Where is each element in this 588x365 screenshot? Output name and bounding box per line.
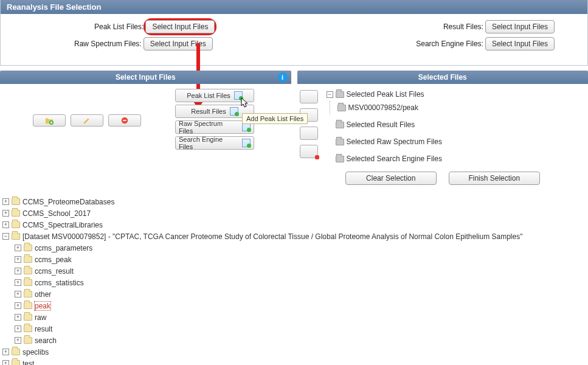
select-input-files-title: Select Input Files bbox=[116, 73, 176, 82]
clear-selection-button[interactable]: Clear Selection bbox=[345, 172, 437, 185]
selected-peak-list-root: Selected Peak List Files bbox=[347, 90, 424, 99]
folder-icon bbox=[12, 198, 20, 205]
tree-row[interactable]: +ccms_peak bbox=[2, 254, 588, 265]
rename-button[interactable] bbox=[71, 114, 103, 127]
tree-label: peak bbox=[35, 302, 50, 310]
folder-icon bbox=[24, 268, 32, 274]
expand-icon[interactable]: + bbox=[15, 302, 21, 309]
tree-label: [Dataset MSV000079852] - "CPTAC, TCGA Ca… bbox=[22, 232, 522, 241]
expand-icon[interactable]: + bbox=[15, 291, 21, 297]
selected-files-title: Selected Files bbox=[418, 73, 467, 82]
tree-label: ccms_parameters bbox=[35, 244, 92, 252]
raw-spectrum-select-button[interactable]: Select Input Files bbox=[144, 37, 213, 50]
expand-icon[interactable]: + bbox=[15, 314, 21, 321]
peak-list-files-label: Peak List Files: bbox=[94, 23, 144, 31]
tree-row[interactable]: +speclibs bbox=[2, 346, 588, 358]
peak-list-btn-label: Peak List Files bbox=[187, 92, 230, 99]
tree-row[interactable]: +ccms_statistics bbox=[2, 277, 588, 288]
selected-files-header: Selected Files bbox=[297, 71, 589, 84]
selected-files-panel: Selected Files − Selected Peak List File… bbox=[297, 71, 589, 189]
file-add-icon bbox=[242, 123, 251, 131]
delete-button[interactable] bbox=[108, 114, 141, 127]
folder-icon bbox=[24, 314, 32, 321]
expand-icon[interactable]: + bbox=[15, 279, 21, 286]
tree-row-selected[interactable]: +peak bbox=[2, 300, 588, 311]
tree-row[interactable]: +other bbox=[2, 288, 588, 300]
tree-row[interactable]: Selected Raw Spectrum Files bbox=[327, 135, 586, 148]
selected-result-root: Selected Result Files bbox=[347, 120, 415, 129]
expand-icon[interactable]: + bbox=[15, 245, 21, 251]
search-engine-select-button[interactable]: Select Input Files bbox=[485, 37, 555, 50]
folder-icon bbox=[12, 221, 20, 228]
expand-icon[interactable]: + bbox=[2, 349, 9, 355]
tree-label: other bbox=[35, 290, 51, 299]
folder-icon bbox=[12, 233, 20, 240]
collapse-icon[interactable]: − bbox=[327, 91, 333, 98]
tree-label: ccms_statistics bbox=[35, 279, 84, 287]
raw-spectrum-files-label: Raw Spectrum Files: bbox=[74, 40, 142, 48]
tree-row[interactable]: +CCMS_School_2017 bbox=[2, 207, 588, 219]
expand-icon[interactable]: + bbox=[2, 221, 9, 228]
new-folder-button[interactable] bbox=[33, 114, 66, 127]
remove-peak-list-button[interactable] bbox=[300, 90, 318, 103]
folder-icon bbox=[24, 291, 32, 297]
tree-row[interactable]: − Selected Peak List Files bbox=[327, 88, 586, 101]
remove-search-engine-button[interactable] bbox=[300, 145, 318, 158]
expand-icon[interactable]: + bbox=[2, 210, 9, 217]
tree-label: CCMS_ProteomeDatabases bbox=[22, 198, 114, 206]
folder-icon bbox=[12, 360, 20, 365]
file-add-icon bbox=[230, 107, 238, 116]
tree-row[interactable]: MSV000079852/peak bbox=[337, 101, 586, 114]
selected-files-tree: − Selected Peak List Files MSV000079852/… bbox=[327, 88, 586, 165]
tree-row[interactable]: +ccms_result bbox=[2, 265, 588, 277]
folder-icon bbox=[24, 302, 32, 309]
cursor-icon bbox=[241, 97, 249, 108]
expand-icon[interactable]: + bbox=[15, 268, 21, 274]
add-search-engine-files-button[interactable]: Search Engine Files bbox=[175, 136, 254, 150]
tree-label: CCMS_School_2017 bbox=[22, 209, 91, 218]
reanalysis-file-selection-panel: Reanalysis File Selection Peak List File… bbox=[0, 0, 588, 66]
folder-icon bbox=[24, 279, 32, 286]
tree-row[interactable]: +test bbox=[2, 358, 588, 365]
tree-label: CCMS_SpectralLibraries bbox=[22, 221, 103, 229]
tree-row[interactable]: Selected Search Engine Files bbox=[327, 152, 586, 165]
file-browser-tree: +CCMS_ProteomeDatabases +CCMS_School_201… bbox=[0, 196, 588, 365]
info-icon[interactable]: i bbox=[278, 72, 288, 82]
folder-icon bbox=[336, 122, 344, 128]
add-peak-list-tooltip: Add Peak List Files bbox=[242, 113, 308, 124]
expand-icon[interactable]: + bbox=[15, 337, 21, 344]
tree-row[interactable]: +raw bbox=[2, 311, 588, 323]
tree-row[interactable]: +CCMS_SpectralLibraries bbox=[2, 219, 588, 231]
remove-raw-spectrum-button[interactable] bbox=[300, 127, 318, 140]
result-files-label: Result Files: bbox=[443, 23, 483, 31]
panel-title: Reanalysis File Selection bbox=[1, 0, 587, 14]
collapse-icon[interactable]: − bbox=[2, 233, 9, 240]
peak-list-select-button[interactable]: Select Input Files bbox=[145, 20, 215, 33]
folder-icon bbox=[24, 325, 32, 332]
expand-icon[interactable]: + bbox=[15, 325, 21, 332]
selected-raw-root: Selected Raw Spectrum Files bbox=[347, 137, 442, 146]
tree-label: result bbox=[35, 325, 52, 333]
expand-icon[interactable]: + bbox=[15, 256, 21, 263]
folder-icon bbox=[337, 105, 346, 111]
tree-label: speclibs bbox=[22, 348, 49, 356]
tree-label: search bbox=[35, 336, 57, 345]
tree-row[interactable]: −[Dataset MSV000079852] - "CPTAC, TCGA C… bbox=[2, 231, 588, 242]
tree-row[interactable]: +result bbox=[2, 323, 588, 335]
finish-selection-button[interactable]: Finish Selection bbox=[449, 172, 540, 185]
tree-label: raw bbox=[35, 313, 46, 322]
tree-row[interactable]: +search bbox=[2, 335, 588, 346]
folder-icon bbox=[12, 210, 20, 217]
result-select-button[interactable]: Select Input Files bbox=[485, 20, 555, 33]
tree-row[interactable]: +ccms_parameters bbox=[2, 242, 588, 254]
search-engine-files-label: Search Engine Files: bbox=[416, 40, 483, 48]
tree-row[interactable]: Selected Result Files bbox=[327, 118, 586, 131]
select-input-files-panel: Select Input Files i Peak List Files bbox=[0, 71, 291, 189]
expand-icon[interactable]: + bbox=[2, 360, 9, 365]
expand-icon[interactable]: + bbox=[2, 198, 9, 205]
folder-icon bbox=[336, 139, 344, 145]
folder-icon bbox=[12, 349, 20, 355]
result-btn-label: Result Files bbox=[191, 108, 226, 115]
folder-icon bbox=[336, 91, 344, 98]
tree-row[interactable]: +CCMS_ProteomeDatabases bbox=[2, 196, 588, 207]
